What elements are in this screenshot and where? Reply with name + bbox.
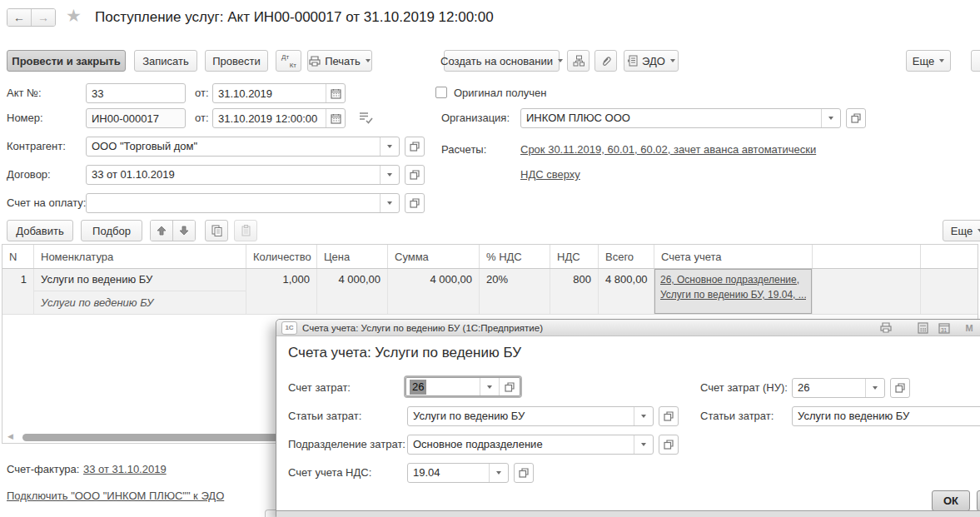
cancel-button-cut[interactable] [977,490,980,511]
favorite-star-icon[interactable]: ★ [66,7,82,25]
calendar-icon[interactable] [326,109,345,127]
back-button[interactable]: ← [7,9,31,26]
col-header-accounts[interactable]: Счета учета [654,245,813,268]
chevron-down-icon[interactable] [480,378,499,395]
department-open-button[interactable] [659,435,679,455]
col-header-quantity[interactable]: Количество [246,245,317,268]
contragent-field[interactable]: ООО "Торговый дом" [86,137,400,157]
chevron-down-icon[interactable] [865,379,884,397]
connect-edo-link[interactable]: Подключить "ООО "ИНКОМ ПЛЮС"" к ЭДО [7,490,224,502]
calendar-icon[interactable] [326,84,345,102]
print-button[interactable]: Печать [307,50,372,72]
related-documents-button[interactable] [567,50,589,72]
number-field[interactable] [86,108,186,128]
add-row-button[interactable]: Добавить [7,220,73,241]
cost-account-open-button[interactable] [499,378,520,395]
payment-invoice-value[interactable] [87,194,380,212]
chevron-down-icon[interactable] [380,194,399,212]
menu-m-icon[interactable]: М [961,321,978,335]
col-header-total[interactable]: Всего [599,245,654,268]
col-header-nomenclature[interactable]: Номенклатура [34,245,246,268]
number-input[interactable] [87,109,185,127]
pick-button[interactable]: Подбор [81,220,142,241]
table-row[interactable]: 1 Услуги по ведению БУ Услуги по ведению… [2,269,978,315]
payment-invoice-field[interactable] [86,193,400,213]
print-icon[interactable] [878,321,894,335]
post-and-close-button[interactable]: Провести и закрыть [7,50,126,72]
cell-sum[interactable]: 4 000,00 [388,269,480,314]
department-field[interactable]: Основное подразделение [407,435,654,455]
calendar-31-icon[interactable]: 31 [936,321,953,335]
accounts-link[interactable]: 26, Основное подразделение, Услуги по ве… [654,269,812,314]
cost-items-open-button[interactable] [659,406,679,426]
vat-link[interactable]: НДС сверху [520,168,580,181]
chevron-down-icon[interactable] [489,464,508,482]
cell-nomenclature[interactable]: Услуги по ведению БУ Услуги по ведению Б… [34,269,246,314]
department-value[interactable]: Основное подразделение [408,435,634,454]
cost-account-nu-value[interactable]: 26 [793,379,865,397]
paste-rows-button[interactable] [234,220,257,241]
chevron-down-icon[interactable] [380,137,399,156]
number-date-input[interactable] [213,109,326,127]
contract-value[interactable]: 33 от 01.10.2019 [87,166,380,184]
copy-rows-button[interactable] [205,220,228,241]
forward-button[interactable]: → [31,9,55,26]
move-up-button[interactable] [151,221,172,241]
organization-field[interactable]: ИНКОМ ПЛЮС ООО [520,108,841,128]
cell-accounts[interactable]: 26, Основное подразделение, Услуги по ве… [654,269,813,314]
col-header-n[interactable]: N [2,245,34,268]
vat-account-value[interactable]: 19.04 [408,464,489,482]
original-received-checkbox[interactable] [435,87,447,98]
contragent-value[interactable]: ООО "Торговый дом" [87,137,380,156]
create-based-on-button[interactable]: Создать на основании [444,50,560,72]
calculator-icon[interactable] [914,321,931,335]
cost-account-field-focused[interactable]: 26 [404,375,522,398]
act-date-field[interactable] [212,83,346,103]
contragent-open-button[interactable] [405,137,425,157]
move-down-button[interactable] [172,221,195,241]
help-button-cut[interactable] [971,50,980,72]
cell-vat-percent[interactable]: 20% [480,269,550,314]
cost-items-field[interactable]: Услуги по ведению БУ [407,406,654,426]
col-header-vat-percent[interactable]: % НДС [480,245,550,268]
more-button[interactable]: Еще [906,50,951,72]
organization-value[interactable]: ИНКОМ ПЛЮС ООО [521,109,821,127]
organization-open-button[interactable] [846,108,866,128]
ok-button[interactable]: ОК [932,490,970,511]
act-no-field[interactable] [86,83,186,103]
dialog-titlebar[interactable]: 1С Счета учета: Услуги по ведению БУ (1С… [276,320,980,336]
payment-invoice-open-button[interactable] [405,193,425,213]
chevron-down-icon[interactable] [634,435,653,454]
act-no-input[interactable] [87,84,185,102]
vat-account-field[interactable]: 19.04 [407,463,509,483]
chevron-down-icon[interactable] [380,166,399,184]
cost-account-nu-field[interactable]: 26 [792,378,885,398]
scroll-left-icon[interactable]: ◀ [7,433,13,440]
act-date-input[interactable] [213,84,326,102]
items-more-button[interactable]: Еще [943,220,980,241]
col-header-vat[interactable]: НДС [550,245,599,268]
contract-open-button[interactable] [405,165,425,185]
settlements-link[interactable]: Срок 30.11.2019, 60.01, 60.02, зачет ава… [520,143,816,156]
cell-total[interactable]: 4 800,00 [599,269,654,314]
vat-account-open-button[interactable] [514,463,534,483]
cell-vat[interactable]: 800 [550,269,599,314]
cost-items-nu-field[interactable]: Услуги по ведению БУ [792,406,980,426]
dtkt-button[interactable]: Дт Кт [276,50,301,72]
edit-number-icon[interactable] [358,111,373,124]
col-header-price[interactable]: Цена [317,245,388,268]
chevron-down-icon[interactable] [821,109,840,127]
cost-items-value[interactable]: Услуги по ведению БУ [408,407,634,425]
cell-quantity[interactable]: 1,000 [246,269,317,314]
cell-price[interactable]: 4 000,00 [317,269,388,314]
invoice-link[interactable]: 33 от 31.10.2019 [83,463,167,475]
col-header-sum[interactable]: Сумма [388,245,480,268]
cost-account-nu-open-button[interactable] [890,378,910,398]
number-date-field[interactable] [212,108,346,128]
chevron-down-icon[interactable] [634,407,653,425]
attachments-button[interactable] [594,50,617,72]
cell-n[interactable]: 1 [2,269,34,314]
edo-button[interactable]: ЭДО [624,50,679,72]
post-button[interactable]: Провести [205,50,268,72]
cost-items-nu-value[interactable]: Услуги по ведению БУ [793,407,980,425]
